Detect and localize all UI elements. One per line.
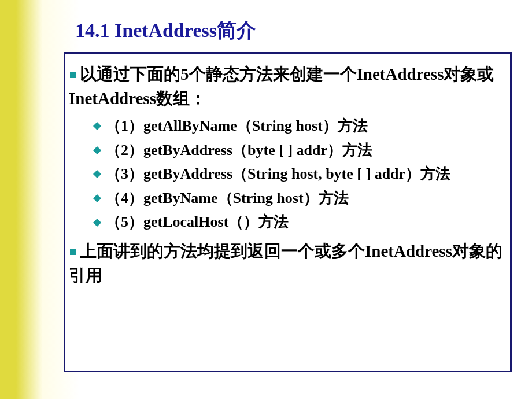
square-bullet-icon (70, 249, 76, 255)
sub-item-text: （3）getByAddress（String host, byte [ ] ad… (106, 165, 450, 182)
main-point-1-text: 以通过下面的5个静态方法来创建一个InetAddress对象或InetAddre… (69, 65, 494, 108)
sub-item-text: （1）getAllByName（String host）方法 (106, 117, 368, 134)
sub-item: （3）getByAddress（String host, byte [ ] ad… (93, 162, 504, 186)
main-point-2: 上面讲到的方法均提到返回一个或多个InetAddress对象的引用 (69, 239, 504, 287)
sub-list: （1）getAllByName（String host）方法 （2）getByA… (93, 114, 504, 234)
square-bullet-icon (70, 72, 76, 78)
sub-item-text: （4）getByName（String host）方法 (106, 190, 349, 206)
main-point-1: 以通过下面的5个静态方法来创建一个InetAddress对象或InetAddre… (69, 62, 504, 110)
sub-item: （2）getByAddress（byte [ ] addr）方法 (93, 138, 504, 162)
sub-item-text: （5）getLocalHost（）方法 (106, 213, 289, 230)
main-point-2-text: 上面讲到的方法均提到返回一个或多个InetAddress对象的引用 (69, 242, 503, 285)
diamond-bullet-icon (93, 194, 101, 202)
diamond-bullet-icon (93, 218, 101, 226)
slide-title: 14.1 InetAddress简介 (0, 0, 532, 44)
content-box: 以通过下面的5个静态方法来创建一个InetAddress对象或InetAddre… (64, 52, 512, 372)
sub-item: （4）getByName（String host）方法 (93, 186, 504, 210)
diamond-bullet-icon (93, 146, 101, 154)
diamond-bullet-icon (93, 122, 101, 130)
diamond-bullet-icon (93, 170, 101, 178)
sub-item-text: （2）getByAddress（byte [ ] addr）方法 (106, 142, 372, 158)
sub-item: （1）getAllByName（String host）方法 (93, 114, 504, 138)
sub-item: （5）getLocalHost（）方法 (93, 210, 504, 234)
